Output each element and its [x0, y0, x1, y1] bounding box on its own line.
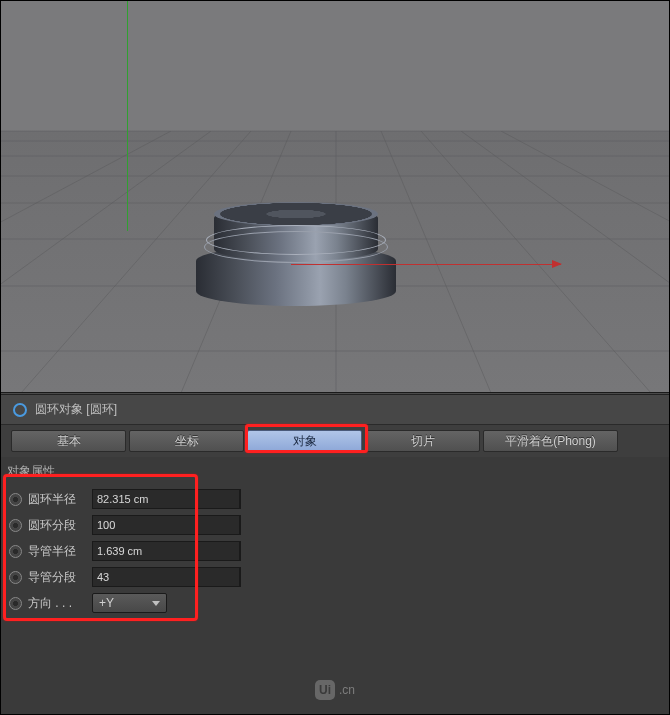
watermark: Ui .cn [315, 680, 355, 700]
ring-radius-input[interactable] [92, 489, 239, 509]
attribute-manager: 圆环对象 [圆环] 基本 坐标 对象 切片 平滑着色(Phong) 对象属性 圆… [1, 394, 669, 714]
prop-label: 方向 . . . [28, 595, 86, 612]
prop-label: 导管半径 [28, 543, 86, 560]
pipe-radius-input[interactable] [92, 541, 239, 561]
dropdown-value: +Y [99, 596, 114, 610]
radio-anim-toggle[interactable] [9, 519, 22, 532]
spinner[interactable] [239, 541, 241, 561]
svg-line-13 [1, 131, 211, 393]
tab-bar: 基本 坐标 对象 切片 平滑着色(Phong) [1, 425, 669, 457]
watermark-badge: Ui [315, 680, 335, 700]
prop-pipe-radius: 导管半径 [9, 538, 661, 564]
torus-ring [206, 225, 386, 255]
axis-x [291, 264, 561, 265]
svg-line-12 [421, 131, 651, 393]
watermark-text: .cn [339, 683, 355, 697]
prop-label: 圆环分段 [28, 517, 86, 534]
section-title: 对象属性 [1, 457, 669, 484]
tab-basic[interactable]: 基本 [11, 430, 126, 452]
prop-pipe-segments: 导管分段 [9, 564, 661, 590]
object-properties: 圆环半径 圆环分段 导管半径 导管分段 [1, 484, 669, 618]
radio-anim-toggle[interactable] [9, 545, 22, 558]
svg-line-14 [461, 131, 669, 393]
prop-label: 圆环半径 [28, 491, 86, 508]
ring-segments-input[interactable] [92, 515, 239, 535]
svg-line-15 [1, 131, 171, 393]
radio-anim-toggle[interactable] [9, 597, 22, 610]
tab-phong[interactable]: 平滑着色(Phong) [483, 430, 618, 452]
torus-object[interactable] [196, 191, 396, 311]
svg-line-16 [501, 131, 669, 393]
prop-label: 导管分段 [28, 569, 86, 586]
spinner[interactable] [239, 515, 241, 535]
pipe-segments-input[interactable] [92, 567, 239, 587]
tab-slice[interactable]: 切片 [365, 430, 480, 452]
radio-anim-toggle[interactable] [9, 571, 22, 584]
radio-anim-toggle[interactable] [9, 493, 22, 506]
prop-ring-radius: 圆环半径 [9, 486, 661, 512]
tab-object[interactable]: 对象 [247, 430, 362, 452]
3d-viewport[interactable] [1, 1, 669, 393]
tab-coord[interactable]: 坐标 [129, 430, 244, 452]
torus-icon [13, 403, 27, 417]
prop-direction: 方向 . . . +Y [9, 590, 661, 616]
axis-y [127, 1, 128, 231]
svg-line-10 [381, 131, 491, 393]
direction-dropdown[interactable]: +Y [92, 593, 167, 613]
panel-header: 圆环对象 [圆环] [1, 395, 669, 425]
spinner[interactable] [239, 489, 241, 509]
object-title: 圆环对象 [圆环] [35, 401, 117, 418]
spinner[interactable] [239, 567, 241, 587]
prop-ring-segments: 圆环分段 [9, 512, 661, 538]
